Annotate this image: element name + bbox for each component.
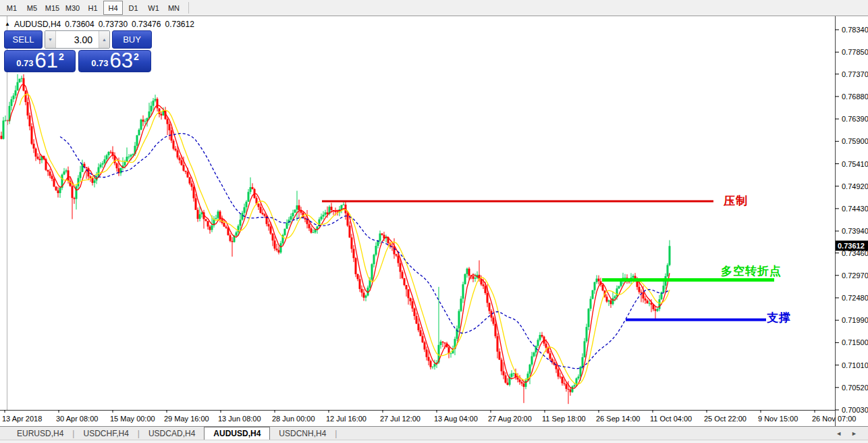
chart-window: 0.783400.778500.773700.768800.763900.759… <box>0 16 868 426</box>
svg-text:27 Jul 12:00: 27 Jul 12:00 <box>380 415 421 423</box>
timeframe-m1[interactable]: M1 <box>2 1 22 15</box>
svg-text:0.71500: 0.71500 <box>842 338 868 346</box>
timeframe-mn[interactable]: MN <box>164 1 184 15</box>
svg-text:9 Nov 15:00: 9 Nov 15:00 <box>758 415 798 423</box>
collapse-triangle-icon[interactable]: ▲ <box>5 21 10 27</box>
timeframe-w1[interactable]: W1 <box>144 1 163 15</box>
status-strip <box>0 440 868 443</box>
buy-button[interactable]: BUY <box>112 30 152 49</box>
svg-text:12 Jul 16:00: 12 Jul 16:00 <box>326 415 367 423</box>
sell-price-pips: 61 <box>35 51 58 70</box>
sell-price-prefix: 0.73 <box>16 58 33 68</box>
svg-text:0.73612: 0.73612 <box>838 242 865 250</box>
toolbar-separator <box>188 2 189 14</box>
bar-high: 0.73730 <box>99 20 128 29</box>
svg-text:13 Jun 08:00: 13 Jun 08:00 <box>218 415 261 423</box>
timeframe-d1[interactable]: D1 <box>124 1 143 15</box>
timeframe-toolbar: M1 M5 M15 M30 H1 H4 D1 W1 MN <box>0 0 868 16</box>
svg-text:29 May 16:00: 29 May 16:00 <box>164 415 209 423</box>
svg-text:0.74920: 0.74920 <box>842 182 868 190</box>
timeframe-h1[interactable]: H1 <box>83 1 103 15</box>
svg-text:0.71990: 0.71990 <box>842 316 868 324</box>
timeframe-m5[interactable]: M5 <box>22 1 42 15</box>
svg-text:25 Oct 22:00: 25 Oct 22:00 <box>704 415 747 423</box>
price-chart-canvas[interactable]: 0.783400.778500.773700.768800.763900.759… <box>0 16 868 426</box>
svg-text:28 Jun 00:00: 28 Jun 00:00 <box>272 415 315 423</box>
buy-price-display[interactable]: 0.73 63 2 <box>78 50 151 72</box>
mt4-window: { "toolbar": { "timeframes": ["M1","M5",… <box>0 0 868 443</box>
svg-text:0.72970: 0.72970 <box>842 271 868 280</box>
svg-text:0.77370: 0.77370 <box>842 70 868 78</box>
svg-text:0.76880: 0.76880 <box>842 93 868 101</box>
one-click-trading-panel: SELL ▼ 3.00 ▲ BUY 0.73 61 2 0.73 63 2 <box>4 30 152 72</box>
sell-price-display[interactable]: 0.73 61 2 <box>4 50 76 72</box>
buy-price-point: 2 <box>134 51 139 62</box>
timeframe-m15[interactable]: M15 <box>43 1 62 15</box>
tab-scroll-right-icon[interactable]: ► <box>851 430 857 437</box>
svg-text:27 Aug 20:00: 27 Aug 20:00 <box>488 415 532 423</box>
svg-text:0.70030: 0.70030 <box>842 406 868 414</box>
svg-text:11 Oct 04:00: 11 Oct 04:00 <box>650 415 692 423</box>
sell-price-point: 2 <box>59 51 64 62</box>
tab-usdcnh-h4[interactable]: USDCNH,H4 <box>270 427 335 440</box>
tab-scroll-arrows: ◄ ► <box>836 427 868 440</box>
svg-text:26 Nov 07:00: 26 Nov 07:00 <box>812 415 856 423</box>
volume-decrease-button[interactable]: ▼ <box>45 31 56 48</box>
svg-text:30 Apr 08:00: 30 Apr 08:00 <box>56 415 98 423</box>
svg-text:0.70520: 0.70520 <box>842 384 868 392</box>
bar-open: 0.73604 <box>65 20 94 29</box>
chart-symbol-header: ▲ AUDUSD,H4 0.73604 0.73730 0.73476 0.73… <box>5 20 194 29</box>
tab-usdcad-h4[interactable]: USDCAD,H4 <box>140 427 204 440</box>
svg-text:26 Sep 14:00: 26 Sep 14:00 <box>596 415 640 423</box>
buy-price-pips: 63 <box>110 51 133 70</box>
volume-input[interactable]: 3.00 <box>56 31 99 48</box>
resistance-line-label: 压制 <box>724 193 748 209</box>
svg-text:11 Sep 18:00: 11 Sep 18:00 <box>542 415 586 423</box>
svg-text:0.75410: 0.75410 <box>842 160 868 168</box>
svg-text:0.77850: 0.77850 <box>842 48 868 56</box>
buy-price-prefix: 0.73 <box>91 58 108 68</box>
svg-text:13 Apr 2018: 13 Apr 2018 <box>2 415 42 423</box>
svg-text:0.75900: 0.75900 <box>842 137 868 145</box>
symbol-label: AUDUSD,H4 <box>14 20 61 29</box>
tab-separator: | <box>335 427 337 440</box>
pivot-line-label: 多空转折点 <box>721 263 782 279</box>
svg-text:0.72480: 0.72480 <box>842 294 868 302</box>
svg-text:0.76390: 0.76390 <box>842 115 868 123</box>
bar-low: 0.73476 <box>132 20 161 29</box>
sell-button[interactable]: SELL <box>4 30 43 49</box>
tab-scroll-left-icon[interactable]: ◄ <box>836 430 842 437</box>
svg-text:15 May 00:00: 15 May 00:00 <box>110 415 155 423</box>
svg-text:0.73940: 0.73940 <box>842 227 868 235</box>
svg-text:0.71010: 0.71010 <box>842 361 868 369</box>
tab-audusd-h4[interactable]: AUDUSD,H4 <box>204 427 270 440</box>
timeframe-h4[interactable]: H4 <box>103 1 123 15</box>
volume-spinner: ▼ 3.00 ▲ <box>45 30 110 49</box>
tab-eurusd-h4[interactable]: EURUSD,H4 <box>8 427 72 440</box>
timeframe-m30[interactable]: M30 <box>63 1 82 15</box>
volume-increase-button[interactable]: ▲ <box>99 31 109 48</box>
svg-text:0.74430: 0.74430 <box>842 205 868 213</box>
symbol-tab-bar: EURUSD,H4 | USDCHF,H4 | USDCAD,H4 AUDUSD… <box>0 426 868 440</box>
svg-text:0.78340: 0.78340 <box>842 26 868 34</box>
support-line-label: 支撑 <box>767 310 791 325</box>
tab-usdchf-h4[interactable]: USDCHF,H4 <box>74 427 137 440</box>
bar-close: 0.73612 <box>165 20 194 29</box>
svg-text:13 Aug 04:00: 13 Aug 04:00 <box>434 415 478 423</box>
